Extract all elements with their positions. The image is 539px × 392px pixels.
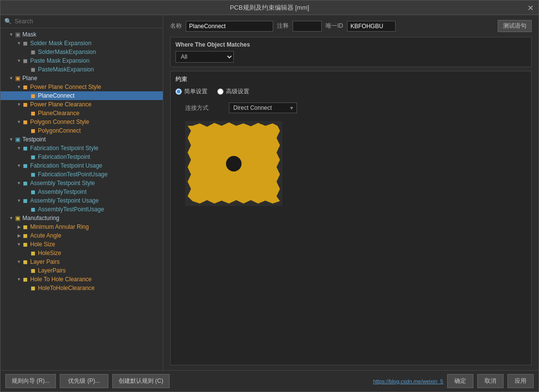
expand-arrow-atpu	[24, 206, 30, 212]
tree-item-pasteMaskExpansion[interactable]: ◼ PasteMaskExpansion	[0, 65, 163, 74]
tree-item-solderMaskExpansion[interactable]: ◼ SolderMaskExpansion	[0, 48, 163, 56]
rule-icon-ftu: ◼	[22, 162, 29, 169]
rule-icon-mar: ◼	[22, 223, 29, 230]
tree-item-power-plane-clearance[interactable]: ▼ ◼ Power Plane Clearance	[0, 100, 163, 109]
expand-arrow-ppcl: ▼	[16, 102, 22, 107]
tree-item-testpoint[interactable]: ▼ ▣ Testpoint	[0, 135, 163, 144]
label-pme: PasteMaskExpansion	[38, 66, 94, 73]
label-paste-mask: Paste Mask Expansion	[30, 57, 89, 64]
folder-icon-plane: ▣	[14, 75, 21, 82]
label-asmTestpointUsage: AssemblyTestPointUsage	[38, 206, 104, 213]
label-mask: Mask	[22, 31, 36, 38]
name-label: 名称	[170, 22, 182, 30]
tree-item-asm-testpoint-usage[interactable]: ▼ ◼ Assembly Testpoint Usage	[0, 196, 163, 205]
label-fab-testpoint-usage: Fabrication Testpoint Usage	[30, 162, 103, 169]
search-input[interactable]	[15, 18, 159, 25]
rule-wizard-button[interactable]: 规则向导 (R)...	[5, 374, 56, 388]
tree-item-holeSize[interactable]: ◼ HoleSize	[0, 249, 163, 257]
label-manufacturing: Manufacturing	[22, 215, 59, 222]
connect-dropdown-wrapper: Direct Connect Relief Connect No Connect…	[229, 102, 297, 113]
expand-arrow-hsn	[24, 250, 30, 256]
tree-item-asmTestpoint[interactable]: ◼ AssemblyTestpoint	[0, 187, 163, 196]
expand-arrow-lp: ▼	[16, 259, 22, 265]
rule-icon-ats: ◼	[22, 180, 29, 187]
rule-icon-ftpu: ◼	[30, 171, 36, 178]
create-default-rules-button[interactable]: 创建默认规则 (C)	[112, 374, 170, 388]
tree-item-min-annular[interactable]: ▶ ◼ Minimum Annular Ring	[0, 222, 163, 231]
bottom-right: https://blog.csdn.me/weixin_5 确定 取消 应用	[373, 374, 534, 388]
rule-icon-solder: ◼	[22, 40, 29, 47]
label-asmTestpoint: AssemblyTestpoint	[38, 188, 87, 195]
label-layerPairs: LayerPairs	[38, 267, 66, 274]
rule-comment-input[interactable]	[293, 21, 322, 32]
rule-icon-pc: ◼	[30, 92, 36, 99]
connect-dropdown[interactable]: Direct Connect Relief Connect No Connect	[229, 102, 297, 113]
tree-item-asmTestpointUsage[interactable]: ◼ AssemblyTestPointUsage	[0, 205, 163, 214]
tree-item-solder-mask-exp[interactable]: ▼ ◼ Solder Mask Expansion	[0, 39, 163, 48]
expand-arrow-pgc: ▼	[16, 119, 22, 125]
advanced-setting-radio[interactable]: 高级设置	[217, 87, 249, 96]
apply-button[interactable]: 应用	[507, 374, 534, 388]
label-testpoint: Testpoint	[22, 136, 46, 143]
rule-id-input[interactable]	[347, 21, 396, 32]
tree-item-layer-pairs[interactable]: ▼ ◼ Layer Pairs	[0, 257, 163, 266]
label-power-plane-clearance: Power Plane Clearance	[30, 101, 91, 108]
tree-item-acute-angle[interactable]: ▶ ◼ Acute Angle	[0, 231, 163, 240]
expand-arrow-pc	[24, 93, 30, 99]
match-dropdown[interactable]: All Net NetClass Layer	[175, 51, 234, 63]
test-button[interactable]: 测试语句	[498, 20, 532, 32]
rule-icon-lpn: ◼	[30, 267, 36, 274]
close-button[interactable]: ✕	[526, 3, 535, 12]
tree-item-fabTestpoint[interactable]: ◼ FabricationTestpoint	[0, 153, 163, 161]
tree-item-fab-testpoint-usage[interactable]: ▼ ◼ Fabrication Testpoint Usage	[0, 161, 163, 170]
connect-style-row: 连接方式 Direct Connect Relief Connect No Co…	[185, 102, 526, 113]
tree-item-fab-testpoint-style[interactable]: ▼ ◼ Fabrication Testpoint Style	[0, 144, 163, 153]
rule-icon-at: ◼	[30, 188, 36, 195]
simple-label: 简单设置	[184, 87, 208, 96]
expand-arrow-at	[24, 189, 30, 195]
advanced-label: 高级设置	[226, 87, 249, 96]
tree-item-paste-mask-exp[interactable]: ▼ ◼ Paste Mask Expansion	[0, 56, 163, 65]
tree-item-mask[interactable]: ▼ ▣ Mask	[0, 30, 163, 39]
label-asm-testpoint-usage: Assembly Testpoint Usage	[30, 197, 99, 204]
tree-item-polygonConnect[interactable]: ◼ PolygonConnect	[0, 126, 163, 135]
expand-arrow-pgcn	[24, 128, 30, 134]
radio-group: 简单设置 高级设置	[175, 87, 526, 96]
tree-item-manufacturing[interactable]: ▼ ▣ Manufacturing	[0, 214, 163, 222]
tree-item-layerPairs[interactable]: ◼ LayerPairs	[0, 266, 163, 275]
tree-item-power-plane-connect[interactable]: ▼ ◼ Power Plane Connect Style	[0, 83, 163, 91]
rule-icon-fts: ◼	[22, 145, 29, 152]
folder-icon-mask: ▣	[14, 31, 21, 38]
tree-item-hole-size[interactable]: ▼ ◼ Hole Size	[0, 240, 163, 249]
expand-arrow-ftu: ▼	[16, 163, 22, 169]
label-holeToHole: HoleToHoleClearance	[38, 285, 95, 291]
tree-item-planeConnect[interactable]: ◼ PlaneConnect	[0, 91, 163, 100]
constraint-section: 约束 简单设置 高级设置 连接方式 Direct Connec	[170, 71, 532, 365]
expand-arrow-pcl	[24, 110, 30, 116]
tree-item-holeToHole[interactable]: ◼ HoleToHoleClearance	[0, 284, 163, 292]
rule-icon-hthn: ◼	[30, 285, 36, 291]
rule-icon-hsn: ◼	[30, 250, 36, 256]
expand-arrow-plane: ▼	[8, 75, 14, 81]
expand-arrow-hs: ▼	[16, 241, 22, 247]
tree-item-fabTestpointUsage[interactable]: ◼ FabricationTestPointUsage	[0, 170, 163, 179]
search-icon: 🔍	[4, 18, 12, 25]
cancel-button[interactable]: 取消	[477, 374, 504, 388]
label-layer-pairs: Layer Pairs	[30, 258, 60, 265]
priority-button[interactable]: 优先级 (P)...	[60, 374, 108, 388]
tree-item-hole-to-hole[interactable]: ▼ ◼ Hole To Hole Clearance	[0, 275, 163, 284]
tree-item-polygon-connect[interactable]: ▼ ◼ Polygon Connect Style	[0, 118, 163, 126]
bottom-bar: 规则向导 (R)... 优先级 (P)... 创建默认规则 (C) https:…	[0, 370, 539, 392]
ok-button[interactable]: 确定	[447, 374, 473, 388]
help-link[interactable]: https://blog.csdn.me/weixin_5	[373, 378, 443, 384]
rule-icon-hs: ◼	[22, 241, 29, 248]
tree-item-plane[interactable]: ▼ ▣ Plane	[0, 74, 163, 83]
pcb-svg	[185, 121, 282, 206]
tree-item-planeClearance[interactable]: ◼ PlaneClearance	[0, 109, 163, 118]
simple-setting-radio[interactable]: 简单设置	[175, 87, 208, 96]
tree-item-asm-testpoint-style[interactable]: ▼ ◼ Assembly Testpoint Style	[0, 179, 163, 187]
expand-arrow-hth: ▼	[16, 276, 22, 282]
rule-name-input[interactable]	[186, 21, 273, 32]
label-holeSize: HoleSize	[38, 250, 61, 256]
comment-label: 注释	[277, 22, 289, 30]
